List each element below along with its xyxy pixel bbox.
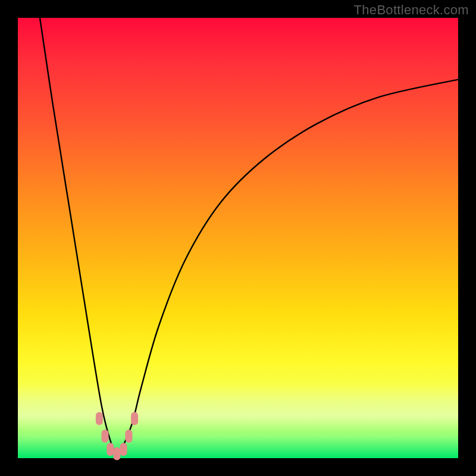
trough-markers — [96, 412, 138, 460]
watermark-text: TheBottleneck.com — [354, 2, 469, 18]
trough-marker — [125, 430, 132, 443]
trough-marker — [96, 412, 103, 425]
chart-frame: TheBottleneck.com — [0, 0, 476, 476]
plot-area — [18, 18, 458, 458]
trough-marker — [120, 443, 127, 456]
trough-marker — [102, 430, 109, 443]
trough-marker — [114, 447, 121, 461]
bottleneck-curve — [40, 18, 458, 454]
curve-layer — [18, 18, 458, 458]
trough-marker — [131, 412, 138, 425]
trough-marker — [107, 443, 114, 456]
